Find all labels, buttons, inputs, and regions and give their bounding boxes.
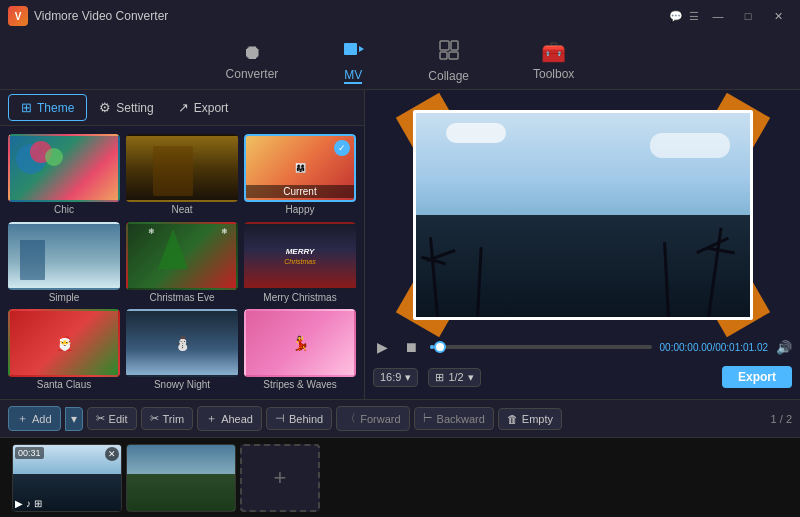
aspect-ratio-label: 16:9 [380,371,401,383]
chat-icon[interactable]: 💬 [668,8,684,24]
theme-stripes-waves[interactable]: 💃 Stripes & Waves [244,309,356,391]
theme-merry-christmas[interactable]: MERRY Christmas Merry Christmas [244,222,356,304]
add-dropdown[interactable]: ▾ [65,407,83,431]
minimize-button[interactable]: — [704,6,732,26]
ahead-label: Ahead [221,413,253,425]
stop-button[interactable]: ⏹ [400,337,422,357]
svg-rect-2 [440,41,449,50]
export-btn[interactable]: Export [722,366,792,388]
backward-button[interactable]: ⊢ Backward [414,407,494,430]
page-indicator: 1 / 2 [771,413,792,425]
tab-collage[interactable]: Collage [416,33,481,89]
forward-icon: 〈 [345,411,356,426]
behind-button[interactable]: ⊣ Behind [266,407,332,430]
happy-overlay: Current [246,185,354,198]
trim-icon: ✂ [150,412,159,425]
theme-icon: ⊞ [21,100,32,115]
film-close-1[interactable]: ✕ [105,447,119,461]
backward-label: Backward [437,413,485,425]
happy-check: ✓ [334,140,350,156]
app-icon: V [8,6,28,26]
svg-rect-4 [440,52,447,59]
nav-tabs: ⏺ Converter MV Collage 🧰 Toolbox [0,32,800,90]
film-add-button[interactable]: + [240,444,320,512]
behind-icon: ⊣ [275,412,285,425]
empty-label: Empty [522,413,553,425]
theme-chic-label: Chic [8,204,120,216]
preview-video [413,110,753,320]
tab-converter[interactable]: ⏺ Converter [214,35,291,87]
theme-happy-label: Happy [244,204,356,216]
menu-icon[interactable]: ☰ [686,8,702,24]
converter-icon: ⏺ [242,41,262,64]
edit-button[interactable]: ✂ Edit [87,407,137,430]
film-add-icon: + [274,465,287,491]
tab-mv[interactable]: MV [330,32,376,90]
empty-icon: 🗑 [507,413,518,425]
export-label: Export [194,101,229,115]
add-icon: ＋ [17,411,28,426]
main-content: ⊞ Theme ⚙ Setting ↗ Export Chic [0,90,800,399]
aspect-ratio-chevron: ▾ [405,371,411,384]
preview-frame [413,110,753,320]
setting-label: Setting [116,101,153,115]
add-label: Add [32,413,52,425]
film-sound-icon[interactable]: ♪ [26,498,31,509]
tab-toolbox-label: Toolbox [533,67,574,81]
close-button[interactable]: ✕ [764,6,792,26]
theme-merry-christmas-label: Merry Christmas [244,292,356,304]
maximize-button[interactable]: □ [734,6,762,26]
volume-icon[interactable]: 🔊 [776,340,792,355]
add-button[interactable]: ＋ Add [8,406,61,431]
forward-button[interactable]: 〈 Forward [336,406,409,431]
mv-icon [342,38,364,65]
svg-marker-1 [359,46,364,52]
theme-neat[interactable]: Neat [126,134,238,216]
play-button[interactable]: ▶ [373,337,392,357]
ahead-button[interactable]: ＋ Ahead [197,406,262,431]
empty-button[interactable]: 🗑 Empty [498,408,562,430]
theme-button[interactable]: ⊞ Theme [8,94,87,121]
theme-simple[interactable]: Simple [8,222,120,304]
svg-rect-0 [344,43,357,55]
film-thumb-2 [127,445,235,511]
svg-rect-3 [451,41,458,50]
trim-button[interactable]: ✂ Trim [141,407,194,430]
theme-santa-claus-label: Santa Claus [8,379,120,391]
theme-label: Theme [37,101,74,115]
title-bar: V Vidmore Video Converter 💬 ☰ — □ ✕ [0,0,800,32]
film-crop-icon[interactable]: ⊞ [34,498,42,509]
setting-button[interactable]: ⚙ Setting [87,95,165,120]
film-item-2[interactable] [126,444,236,512]
theme-grid: Chic Neat 👩‍👩‍👧 Current ✓ Happy [0,126,364,399]
toolbox-icon: 🧰 [541,40,566,64]
quality-label: 1/2 [448,371,463,383]
film-play-icon[interactable]: ▶ [15,498,23,509]
tab-converter-label: Converter [226,67,279,81]
left-panel: ⊞ Theme ⚙ Setting ↗ Export Chic [0,90,365,399]
theme-christmas-eve[interactable]: ❄ ❄ Christmas Eve [126,222,238,304]
title-bar-right: 💬 ☰ — □ ✕ [668,6,792,26]
edit-label: Edit [109,413,128,425]
edit-icon: ✂ [96,412,105,425]
film-item-1[interactable]: ✕ 00:31 ▶ ♪ ⊞ [12,444,122,512]
export-button[interactable]: ↗ Export [166,95,241,120]
theme-neat-label: Neat [126,204,238,216]
theme-santa-claus[interactable]: 🎅 Santa Claus [8,309,120,391]
title-bar-left: V Vidmore Video Converter [8,6,168,26]
tab-toolbox[interactable]: 🧰 Toolbox [521,34,586,87]
collage-icon [438,39,460,66]
theme-happy[interactable]: 👩‍👩‍👧 Current ✓ Happy [244,134,356,216]
tab-collage-label: Collage [428,69,469,83]
bottom-controls: 16:9 ▾ ⊞ 1/2 ▾ Export [373,363,792,391]
theme-snowy-night[interactable]: ⛄ Snowy Night [126,309,238,391]
theme-chic[interactable]: Chic [8,134,120,216]
bottom-toolbar: ＋ Add ▾ ✂ Edit ✂ Trim ＋ Ahead ⊣ Behind 〈… [0,399,800,437]
theme-simple-label: Simple [8,292,120,304]
film-controls-1: ▶ ♪ ⊞ [15,498,42,509]
aspect-ratio-select[interactable]: 16:9 ▾ [373,368,418,387]
quality-select[interactable]: ⊞ 1/2 ▾ [428,368,480,387]
quality-chevron: ▾ [468,371,474,384]
progress-bar[interactable] [430,345,652,349]
theme-christmas-eve-label: Christmas Eve [126,292,238,304]
